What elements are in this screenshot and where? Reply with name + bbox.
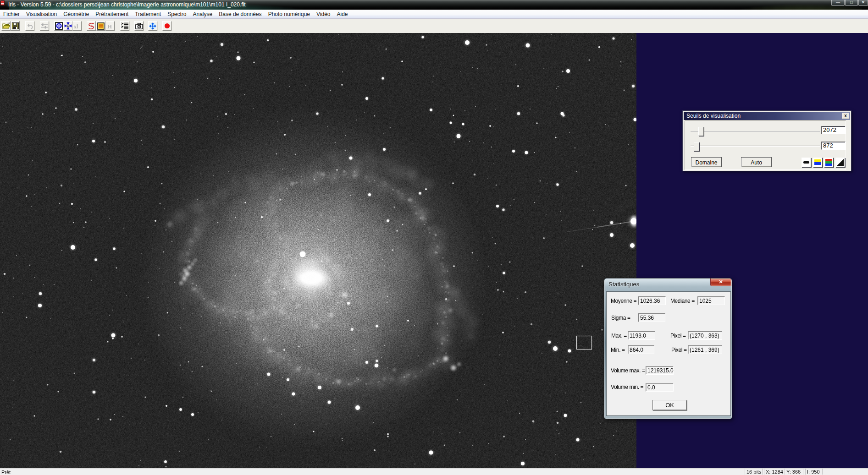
svg-text:xl: xl [74,23,78,29]
svg-text:H: H [107,23,112,29]
